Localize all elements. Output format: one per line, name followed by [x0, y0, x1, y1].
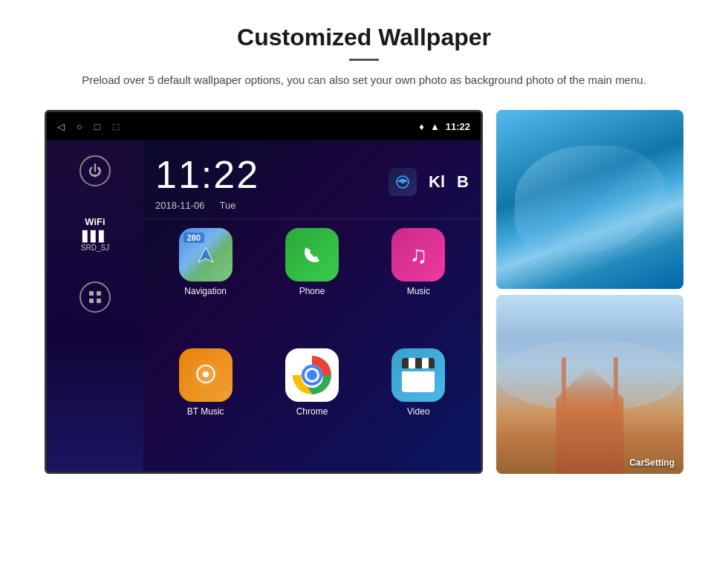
btmusic-icon: ⦿ — [179, 348, 233, 402]
time-area: 11:22 2018-11-06 Tue — [143, 140, 481, 219]
date-display: 2018-11-06 — [155, 200, 205, 211]
grid-icon — [88, 290, 103, 305]
svg-rect-0 — [89, 291, 94, 296]
back-icon[interactable]: ◁ — [57, 121, 65, 132]
svg-rect-1 — [97, 291, 101, 296]
android-body: ⏻ WiFi ▋▋▋ SRD_SJ — [47, 140, 481, 472]
b-label: B — [457, 172, 469, 192]
app-chrome[interactable]: Chrome — [261, 348, 362, 463]
app-btmusic[interactable]: ⦿ BT Music — [155, 348, 256, 463]
page-header: Customized Wallpaper Preload over 5 defa… — [0, 0, 728, 102]
status-bar-right: ♦ ▲ 11:22 — [419, 121, 470, 132]
navigation-icon: 280 — [179, 228, 233, 282]
music-label: Music — [407, 286, 430, 296]
wallpaper-ice-cave[interactable] — [496, 110, 683, 289]
phone-label: Phone — [299, 286, 325, 296]
clock-display: 11:22 — [155, 152, 259, 197]
screenshot-icon[interactable]: ⬚ — [112, 122, 120, 131]
music-icon: ♫ — [391, 228, 445, 282]
wifi-label: WiFi — [81, 216, 109, 227]
status-time: 11:22 — [446, 121, 470, 132]
wallpaper-bridge[interactable]: CarSetting — [496, 295, 683, 474]
power-button[interactable]: ⏻ — [79, 155, 111, 186]
left-sidebar: ⏻ WiFi ▋▋▋ SRD_SJ — [47, 140, 143, 472]
svg-point-5 — [401, 180, 404, 183]
video-label: Video — [407, 406, 429, 417]
apps-grid-button[interactable] — [79, 282, 111, 313]
maps-arrow-icon — [195, 244, 217, 266]
date-row: 2018-11-06 Tue — [155, 197, 259, 211]
wifi-ssid: SRD_SJ — [81, 244, 109, 252]
carsetting-label: CarSetting — [629, 458, 675, 468]
time-date-block: 11:22 2018-11-06 Tue — [155, 152, 259, 211]
status-bar: ◁ ○ □ ⬚ ♦ ▲ 11:22 — [47, 112, 481, 140]
wallpaper-panel: CarSetting — [496, 110, 683, 474]
wifi-status: WiFi ▋▋▋ SRD_SJ — [81, 216, 109, 252]
video-icon — [391, 348, 445, 402]
page-title: Customized Wallpaper — [59, 24, 669, 51]
navigation-label: Navigation — [184, 286, 227, 296]
wifi-icon: ▲ — [430, 121, 440, 132]
page-subtitle: Preload over 5 default wallpaper options… — [59, 71, 669, 89]
phone-handset-icon — [299, 241, 325, 268]
app-music[interactable]: ♫ Music — [368, 228, 469, 342]
location-icon: ♦ — [419, 121, 424, 132]
chrome-label: Chrome — [296, 406, 328, 417]
android-screen: ◁ ○ □ ⬚ ♦ ▲ 11:22 ⏻ WiFi ▋▋▋ — [45, 110, 483, 474]
recents-icon[interactable]: □ — [94, 121, 100, 132]
phone-icon — [285, 228, 339, 282]
app-phone[interactable]: Phone — [261, 228, 362, 342]
btmusic-label: BT Music — [187, 406, 224, 417]
svg-rect-2 — [89, 299, 94, 303]
android-right: 11:22 2018-11-06 Tue — [143, 140, 481, 472]
main-content: ◁ ○ □ ⬚ ♦ ▲ 11:22 ⏻ WiFi ▋▋▋ — [0, 110, 728, 474]
day-display: Tue — [220, 200, 236, 211]
home-icon[interactable]: ○ — [77, 121, 82, 132]
app-grid: 280 Navigation — [143, 219, 481, 472]
title-divider — [349, 59, 379, 61]
signal-icon — [394, 174, 411, 190]
time-icons: Kl B — [389, 168, 469, 196]
wifi-bars: ▋▋▋ — [81, 230, 109, 242]
app-video[interactable]: Video — [368, 348, 469, 463]
nav-buttons: ◁ ○ □ ⬚ — [57, 121, 120, 132]
chrome-icon-container — [285, 348, 339, 402]
chrome-svg-icon — [285, 348, 339, 402]
kl-label: Kl — [429, 172, 445, 192]
wifi-app-icon[interactable] — [389, 168, 417, 196]
svg-point-9 — [307, 370, 317, 380]
app-navigation[interactable]: 280 Navigation — [155, 228, 256, 342]
svg-rect-3 — [97, 299, 101, 303]
